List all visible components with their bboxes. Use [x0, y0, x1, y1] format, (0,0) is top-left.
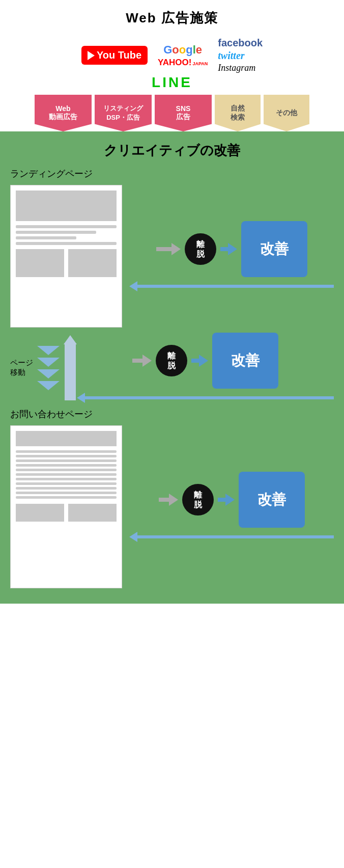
mockup-line-3: [16, 236, 76, 239]
contact-footer: [16, 504, 117, 522]
up-bar-body: [65, 344, 76, 400]
category-banners: Web動画広告 リスティングDSP・広告 SNS広告 自然検索 その他: [5, 95, 339, 131]
gray-arrow-3: [159, 494, 178, 506]
arrow-to-badge: [156, 243, 181, 255]
down-arrow-2: [37, 358, 60, 367]
down-arrow-4: [37, 381, 60, 390]
sns-logos-block: facebook twitter Instagram: [218, 37, 263, 73]
blue-arrow-3: [218, 494, 235, 506]
mockup-line-4: [16, 242, 117, 245]
contact-line-3: [16, 459, 117, 462]
down-arrows-col: [37, 346, 60, 390]
mockup-line-1: [16, 225, 117, 228]
contact-mockup-header: [16, 431, 117, 446]
category-other: その他: [264, 95, 309, 131]
contact-page-label: お問い合わせページ: [10, 408, 334, 420]
page-title: Web 広告施策: [0, 0, 344, 32]
green-section: クリエイティブの改善 ランディングページ: [0, 131, 344, 604]
return-arrow-2: [77, 393, 334, 403]
contact-line-11: [16, 496, 117, 499]
page-transition-flow: 離脱 改善: [132, 333, 278, 389]
mockup-box-2: [68, 249, 117, 277]
twitter-logo: twitter: [218, 50, 244, 62]
ridan-badge-3: 離脱: [182, 484, 214, 516]
contact-line-10: [16, 492, 117, 494]
contact-line-1: [16, 450, 117, 453]
contact-page-section: お問い合わせページ: [10, 408, 334, 588]
youtube-logo: You Tube: [81, 46, 148, 65]
facebook-logo: facebook: [218, 37, 263, 49]
ridan-badge-2: 離脱: [156, 345, 187, 376]
up-bar-col: [64, 335, 77, 400]
landing-page-label: ランディングページ: [10, 168, 334, 180]
logos-section: You Tube Google YAHOO! JAPAN facebook tw…: [0, 32, 344, 73]
landing-page-section: ランディングページ: [10, 168, 334, 328]
kaizen-button-1[interactable]: 改善: [241, 221, 307, 277]
contact-line-5: [16, 469, 117, 471]
line-logo: LINE: [152, 74, 192, 91]
blue-arrow-2: [191, 355, 208, 367]
up-arrow-tip: [64, 335, 77, 344]
kaizen-button-3[interactable]: 改善: [239, 472, 305, 528]
contact-box-2: [68, 504, 117, 522]
page-transition-section: ページ移動 離脱: [10, 333, 334, 403]
category-sns: SNS広告: [155, 95, 212, 131]
ridan-badge-1: 離脱: [185, 233, 216, 265]
line-logo-row: LINE: [0, 74, 344, 91]
kaizen-button-2[interactable]: 改善: [212, 333, 278, 389]
contact-line-6: [16, 473, 117, 476]
contact-page-mockup: [10, 425, 122, 588]
youtube-play-icon: [88, 51, 95, 60]
contact-line-7: [16, 478, 117, 480]
mockup-line-2: [16, 231, 96, 234]
contact-line-2: [16, 455, 117, 457]
creative-title: クリエイティブの改善: [10, 142, 334, 159]
page-move-label: ページ移動: [10, 358, 33, 377]
youtube-text: You Tube: [97, 49, 141, 61]
mockup-box-1: [16, 249, 64, 277]
mockup-image-area: [16, 191, 117, 221]
contact-flow: 離脱 改善: [159, 472, 305, 528]
category-organic: 自然検索: [215, 95, 261, 131]
gray-arrow-2: [132, 355, 152, 367]
contact-line-8: [16, 482, 117, 485]
mockup-footer: [16, 249, 117, 277]
return-arrow-1: [129, 281, 334, 291]
contact-box-1: [16, 504, 64, 522]
down-arrow-3: [37, 369, 60, 378]
down-arrow-1: [37, 346, 60, 355]
landing-page-mockup: [10, 185, 122, 328]
contact-line-4: [16, 464, 117, 467]
arrow-to-kaizen: [220, 243, 237, 255]
category-listing: リスティングDSP・広告: [95, 95, 152, 131]
contact-line-9: [16, 487, 117, 490]
return-arrow-3: [129, 532, 334, 542]
category-web-video: Web動画広告: [35, 95, 92, 131]
instagram-logo: Instagram: [218, 63, 255, 73]
yahoo-logo: YAHOO! JAPAN: [158, 58, 208, 68]
google-logo: Google: [163, 43, 202, 57]
google-yahoo-block: Google YAHOO! JAPAN: [158, 43, 208, 68]
